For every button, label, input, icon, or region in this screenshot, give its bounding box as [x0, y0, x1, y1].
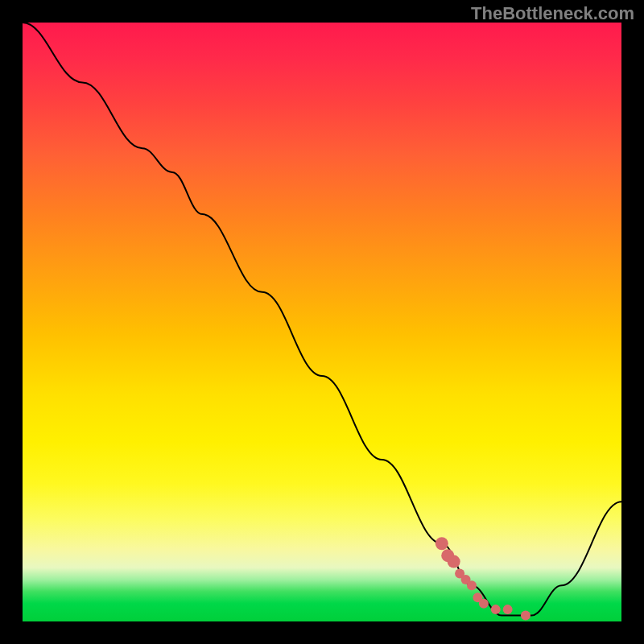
- chart-svg: [23, 23, 621, 621]
- bottleneck-curve-line: [23, 23, 621, 616]
- highlight-dot: [479, 599, 489, 609]
- highlight-dot: [436, 537, 448, 550]
- highlight-dot: [467, 580, 477, 590]
- watermark-text: TheBottleneck.com: [471, 3, 634, 24]
- highlight-dot: [521, 611, 530, 621]
- highlight-dot: [503, 605, 513, 614]
- plot-area: [23, 23, 621, 621]
- highlight-dots-group: [436, 537, 530, 620]
- highlight-dot: [448, 555, 460, 568]
- highlight-dot: [491, 605, 501, 614]
